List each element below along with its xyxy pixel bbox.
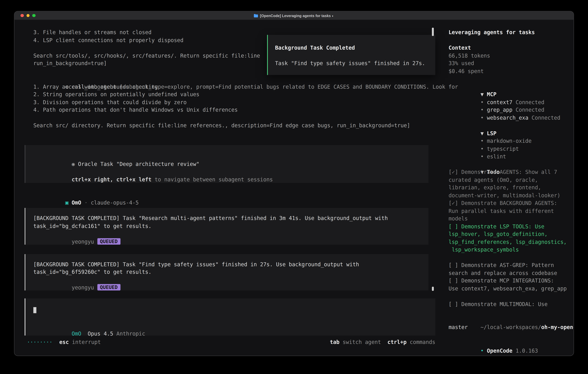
mcp-section-header[interactable]: ▼MCP — [449, 83, 574, 91]
bullet-icon: • — [481, 99, 484, 105]
oracle-task-title-text: Oracle Task "Deep architecture review" — [78, 161, 199, 167]
status-badge: QUEUED — [97, 238, 120, 245]
tool-arg-item: 2. String operations on potentially unde… — [33, 91, 437, 98]
input-cursor-line — [33, 306, 435, 314]
window-body: 3. File handles or streams not closed 4.… — [14, 20, 574, 356]
bullet-icon: • — [481, 138, 484, 144]
subagent-nav-hint: ctrl+x right, ctrl+x leftto navigate bet… — [33, 168, 428, 176]
spacer — [449, 308, 574, 316]
spacer — [449, 36, 574, 44]
ctrlp-key-label: commands — [410, 338, 435, 346]
tool-arg-item: 3. Division operations that could divide… — [33, 98, 437, 106]
input-model-name: Opus 4.5 — [88, 331, 113, 337]
esc-key-label: interrupt — [72, 338, 101, 346]
mcp-item-name: context7 — [487, 99, 513, 105]
mcp-item-name: websearch_exa — [487, 114, 528, 121]
prompt-input[interactable]: OmOOpus 4.5Anthropic — [25, 298, 435, 335]
bullet-icon: • — [481, 114, 484, 121]
close-window-button[interactable] — [21, 14, 24, 17]
minimize-window-button[interactable] — [26, 14, 30, 17]
chevron-down-icon: ▼ — [481, 130, 484, 136]
input-provider-name: Anthropic — [116, 331, 145, 337]
sidebar-pane[interactable]: Leveraging agents for tasks Context 66,5… — [437, 20, 574, 356]
tool-call-line: ⚙call_omo_agent[subagent_type=explore, p… — [33, 75, 437, 83]
message-meta: yeongyuQUEUED — [33, 230, 428, 238]
agent-model: claude-opus-4-5 — [91, 200, 139, 206]
spacer — [275, 52, 435, 59]
message-author: yeongyu — [72, 284, 94, 291]
todo-item: [ ] Demonstrate AST-GREP: Pattern search… — [449, 261, 574, 277]
context-used: 33% used — [449, 59, 574, 67]
esc-key-hint: esc — [59, 338, 69, 346]
oracle-task-panel[interactable]: ◉Oracle Task "Deep architecture review" … — [25, 145, 428, 183]
text-cursor — [33, 307, 36, 313]
todo-item: [ ] Demonstrate LSP TOOLS: Use lsp_hover… — [449, 222, 574, 254]
status-badge: QUEUED — [97, 284, 120, 291]
background-task-toast[interactable]: Background Task Completed Task "Find typ… — [267, 35, 435, 75]
desktop: [OpenCode] Leveraging agents for tasks ◐… — [0, 0, 588, 374]
message-text-line: task_id="bg_dcfac161" to get results. — [33, 222, 428, 230]
toast-body: Task "Find type safety issues" finished … — [275, 59, 435, 67]
separator-dot: · — [84, 200, 87, 206]
chat-scrollbar-thumb[interactable] — [432, 28, 434, 36]
oracle-task-title: ◉Oracle Task "Deep architecture review" — [33, 152, 428, 160]
spacer — [33, 114, 437, 122]
window-title-text: [OpenCode] Leveraging agents for tasks ◐ — [260, 13, 334, 18]
lsp-heading: LSP — [487, 130, 496, 136]
mcp-item-status: Connected — [516, 99, 545, 105]
window-title: [OpenCode] Leveraging agents for tasks ◐ — [254, 13, 334, 18]
workspace-path-dir: ~/local-workspaces/ — [481, 324, 541, 330]
chat-pane[interactable]: 3. File handles or streams not closed 4.… — [14, 20, 437, 356]
todo-item: [✓] Demonstrate AGENTS: Show all 7 curat… — [449, 168, 574, 199]
hint-text: to navigate between subagent sessions — [155, 176, 273, 182]
message-background-task-1[interactable]: [BACKGROUND TASK COMPLETED] Task "Resear… — [25, 208, 428, 245]
lsp-item-name: typescript — [487, 146, 519, 152]
bullet-icon: • — [481, 146, 484, 152]
todo-item: [ ] Demonstrate MCP INTEGRATIONS: Use co… — [449, 277, 574, 292]
status-bar: ········ esc interrupt tab switch agent … — [27, 338, 437, 346]
tool-arg-item: 4. Path operations that don't handle Win… — [33, 106, 437, 114]
mcp-item-status: Connected — [532, 114, 560, 121]
message-meta: yeongyuQUEUED — [33, 276, 428, 284]
tab-key-hint: tab — [330, 338, 339, 346]
context-tokens: 66,518 tokens — [449, 52, 574, 59]
window-titlebar[interactable]: [OpenCode] Leveraging agents for tasks ◐ — [14, 11, 574, 20]
mcp-heading: MCP — [487, 91, 496, 97]
terminal-window: [OpenCode] Leveraging agents for tasks ◐… — [14, 11, 574, 356]
agent-name: OmO — [72, 200, 81, 206]
spacer — [449, 75, 574, 83]
bullet-icon: • — [481, 347, 484, 353]
agent-checkbox-icon: ▣ — [65, 200, 68, 206]
mcp-item-status: Connected — [516, 107, 545, 113]
context-heading: Context — [449, 44, 574, 52]
lsp-item-name: eslint — [487, 153, 506, 159]
tool-arg-closing: Search src/ directory. Return specific f… — [33, 122, 437, 129]
app-name: OpenCode — [487, 347, 513, 353]
message-text-line: task_id="bg_6f59260c" to get results. — [33, 268, 428, 276]
spacer — [33, 314, 435, 322]
mcp-item-name: grep_app — [487, 107, 513, 113]
progress-dots: ········ — [27, 338, 52, 346]
agent-header: ▣OmO·claude-opus-4-5 — [33, 191, 437, 199]
workspace-repo-name: oh-my-opencode: — [541, 324, 574, 330]
ctrlp-key-hint: ctrl+p — [388, 338, 407, 346]
message-background-task-2[interactable]: [BACKGROUND TASK COMPLETED] Task "Find t… — [25, 254, 428, 291]
lsp-item-name: markdown-oxide — [487, 138, 532, 144]
app-version-number: 1.0.163 — [516, 347, 538, 353]
chat-scrollbar-thumb-lower[interactable] — [432, 287, 434, 291]
context-spent: $0.46 spent — [449, 67, 574, 75]
spacer — [449, 254, 574, 261]
input-model-line: OmOOpus 4.5Anthropic — [33, 322, 435, 330]
input-agent-name: OmO — [72, 331, 81, 337]
hint-keys: ctrl+x right, ctrl+x left — [72, 176, 151, 182]
bullet-icon: • — [481, 153, 484, 159]
tool-args: [subagent_type=explore, prompt=Find pote… — [119, 83, 458, 90]
tab-key-label: switch agent — [343, 338, 381, 346]
folder-icon — [254, 14, 258, 17]
zoom-window-button[interactable] — [32, 14, 35, 17]
message-text-line: [BACKGROUND TASK COMPLETED] Task "Resear… — [33, 214, 428, 222]
traffic-lights — [21, 11, 35, 20]
chevron-down-icon: ▼ — [481, 91, 484, 97]
message-text-line: [BACKGROUND TASK COMPLETED] Task "Find t… — [33, 260, 428, 268]
app-version: •OpenCode1.0.163 — [449, 339, 574, 347]
